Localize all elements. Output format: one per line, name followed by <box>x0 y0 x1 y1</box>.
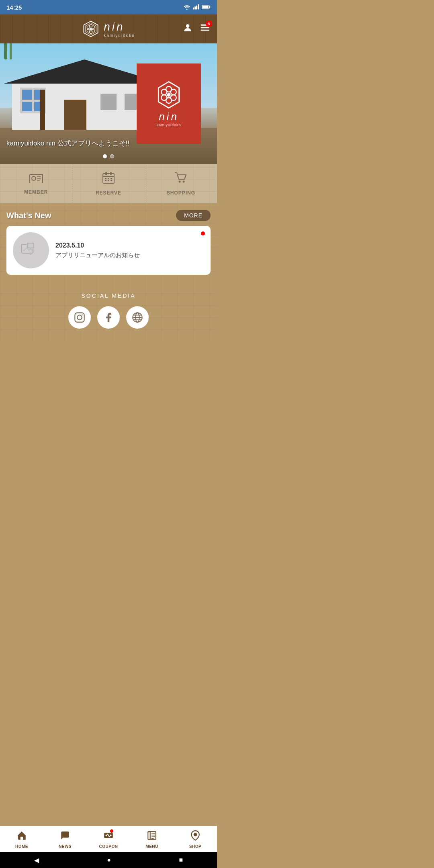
svg-rect-37 <box>103 176 114 177</box>
shopping-label: SHOPPING <box>167 190 195 196</box>
status-bar: 14:25 <box>0 0 217 14</box>
nav-member[interactable]: MEMBER <box>0 164 72 203</box>
news-unread-dot <box>201 231 205 235</box>
svg-point-0 <box>186 8 188 10</box>
thumbnail-placeholder-icon <box>21 242 41 258</box>
svg-rect-19 <box>201 27 209 28</box>
svg-rect-2 <box>194 6 196 9</box>
news-thumbnail <box>13 232 49 268</box>
social-media-section: SOCIAL MEDIA <box>0 283 217 342</box>
svg-rect-40 <box>111 178 112 179</box>
shopping-icon <box>174 171 188 187</box>
news-title: アプリリニューアルのお知らせ <box>55 252 204 259</box>
svg-rect-38 <box>105 178 106 179</box>
house-body <box>12 82 157 130</box>
svg-point-45 <box>183 181 185 183</box>
wifi-icon <box>183 4 190 11</box>
hero-caption: kamiyuidoko nin 公式アプリへようこそ!! <box>6 139 129 148</box>
window-pane <box>22 102 32 112</box>
member-label: MEMBER <box>24 189 48 195</box>
svg-rect-7 <box>202 6 208 8</box>
news-date: 2023.5.10 <box>55 242 204 249</box>
header: nin kamiyuidoko N <box>0 14 217 43</box>
nav-shopping[interactable]: SHOPPING <box>145 164 217 203</box>
news-card[interactable]: 2023.5.10 アプリリニューアルのお知らせ <box>6 226 211 275</box>
svg-rect-42 <box>108 180 109 181</box>
member-icon <box>29 172 43 186</box>
svg-rect-20 <box>201 30 209 31</box>
side-window <box>100 94 117 110</box>
logo-hexagon-icon <box>82 20 100 38</box>
svg-point-52 <box>82 314 83 315</box>
logo-text-container: nin kamiyuidoko <box>104 20 135 38</box>
svg-point-14 <box>87 29 90 32</box>
svg-point-51 <box>77 315 82 320</box>
svg-rect-4 <box>198 4 199 9</box>
banner-sub-text: kamiyuidoko <box>156 123 181 127</box>
svg-point-49 <box>29 252 32 255</box>
svg-point-44 <box>179 181 181 183</box>
whats-new-title: What's New <box>6 211 51 220</box>
svg-rect-31 <box>37 176 41 177</box>
reserve-icon <box>102 171 115 187</box>
svg-point-26 <box>161 95 167 100</box>
svg-rect-41 <box>105 180 106 181</box>
svg-point-27 <box>161 89 167 95</box>
signal-icon <box>193 4 199 11</box>
svg-point-11 <box>92 26 95 29</box>
section-header: What's New MORE <box>6 210 211 221</box>
svg-rect-3 <box>196 5 197 9</box>
svg-point-15 <box>87 26 90 29</box>
quick-nav: MEMBER RESERVE <box>0 164 217 203</box>
hero-dots <box>103 154 114 158</box>
social-icons-row <box>6 306 211 329</box>
menu-icon[interactable]: N <box>199 22 211 36</box>
post-left <box>40 90 45 130</box>
nav-reserve[interactable]: RESERVE <box>72 164 145 203</box>
reserve-label: RESERVE <box>96 190 121 196</box>
house-door <box>64 100 86 130</box>
more-button[interactable]: MORE <box>176 210 211 221</box>
window-pane <box>22 90 32 100</box>
svg-point-23 <box>171 89 176 95</box>
svg-rect-6 <box>209 6 211 8</box>
logo: nin kamiyuidoko <box>82 20 135 38</box>
svg-rect-50 <box>75 313 84 322</box>
social-media-title: SOCIAL MEDIA <box>6 293 211 299</box>
logo-main-text: nin <box>104 20 135 33</box>
news-content: 2023.5.10 アプリリニューアルのお知らせ <box>55 242 204 259</box>
banner-flower-icon <box>155 81 183 109</box>
instagram-button[interactable] <box>68 306 91 329</box>
svg-rect-43 <box>111 180 112 181</box>
notification-badge: N <box>206 20 212 27</box>
dot-1[interactable] <box>103 154 107 158</box>
logo-sub-text: kamiyuidoko <box>104 33 135 38</box>
svg-point-16 <box>90 28 92 30</box>
svg-point-28 <box>167 93 170 96</box>
status-icons <box>183 4 211 11</box>
status-time: 14:25 <box>6 4 22 11</box>
hero-section: nin kamiyuidoko kamiyuidoko nin 公式アプリへよう… <box>0 43 217 164</box>
svg-rect-33 <box>37 180 40 181</box>
svg-point-17 <box>186 24 190 28</box>
svg-rect-36 <box>110 172 112 175</box>
website-button[interactable] <box>126 306 149 329</box>
dot-2[interactable] <box>110 154 114 158</box>
svg-rect-1 <box>193 7 194 9</box>
nin-banner: nin kamiyuidoko <box>137 63 201 144</box>
account-icon[interactable] <box>182 23 193 35</box>
svg-rect-39 <box>108 178 109 179</box>
svg-point-30 <box>32 176 36 180</box>
svg-rect-32 <box>37 178 41 179</box>
banner-nin-text: nin <box>159 111 179 123</box>
facebook-button[interactable] <box>97 306 120 329</box>
battery-icon <box>202 4 211 11</box>
whats-new-section: What's New MORE 2023.5.10 アプリリニューアルのお知らせ <box>0 203 217 283</box>
header-actions: N <box>182 22 211 36</box>
svg-rect-35 <box>105 172 107 175</box>
